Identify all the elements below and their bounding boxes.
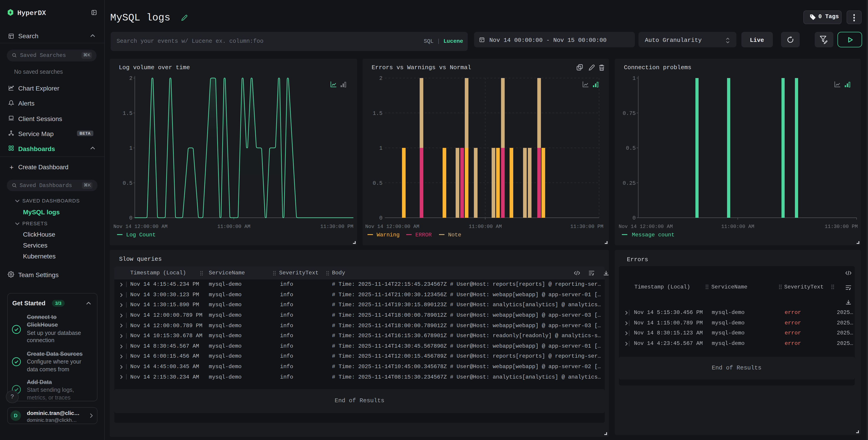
svg-text:0.75: 0.75 xyxy=(623,110,636,116)
svg-text:ERROR: ERROR xyxy=(415,232,432,238)
svg-text:2: 2 xyxy=(379,75,382,81)
svg-text:1.5: 1.5 xyxy=(123,110,132,116)
svg-text:11:30:00 PM: 11:30:00 PM xyxy=(825,224,858,230)
svg-text:0: 0 xyxy=(379,215,382,221)
svg-text:11:00:00 AM: 11:00:00 AM xyxy=(469,224,502,230)
svg-text:Message count: Message count xyxy=(632,232,675,238)
svg-text:11:30:00 PM: 11:30:00 PM xyxy=(320,224,353,230)
svg-text:1: 1 xyxy=(129,145,132,151)
svg-text:Nov 14 12:00:00 AM: Nov 14 12:00:00 AM xyxy=(365,224,420,230)
svg-text:Nov 14 12:00:00 AM: Nov 14 12:00:00 AM xyxy=(619,224,673,230)
svg-text:1: 1 xyxy=(632,75,636,81)
svg-text:11:00:00 AM: 11:00:00 AM xyxy=(217,224,250,230)
svg-text:0: 0 xyxy=(129,215,132,221)
svg-text:1.5: 1.5 xyxy=(373,110,382,116)
svg-text:2: 2 xyxy=(129,75,132,81)
svg-text:Note: Note xyxy=(448,232,461,238)
svg-text:Log Count: Log Count xyxy=(126,232,156,238)
svg-text:1: 1 xyxy=(379,145,382,151)
svg-text:11:00:00 AM: 11:00:00 AM xyxy=(721,224,754,230)
svg-text:0.5: 0.5 xyxy=(373,180,382,186)
svg-text:0.5: 0.5 xyxy=(123,180,132,186)
svg-text:0: 0 xyxy=(632,215,636,221)
svg-text:11:30:00 PM: 11:30:00 PM xyxy=(570,224,603,230)
svg-text:Warning: Warning xyxy=(377,232,400,238)
svg-text:0.5: 0.5 xyxy=(626,145,636,151)
svg-text:0.25: 0.25 xyxy=(623,180,636,186)
svg-text:Nov 14 12:00:00 AM: Nov 14 12:00:00 AM xyxy=(114,224,167,230)
